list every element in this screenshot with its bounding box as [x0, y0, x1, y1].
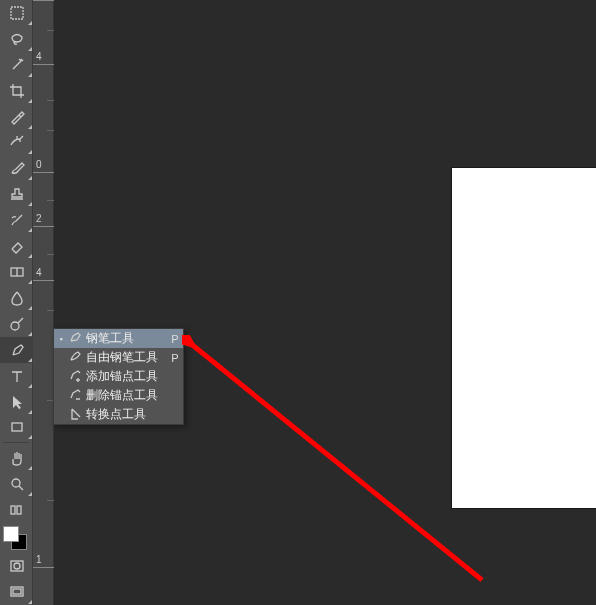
document-canvas[interactable]	[452, 168, 596, 508]
hand-tool[interactable]	[0, 445, 33, 471]
hand-icon	[8, 449, 26, 467]
eyedropper-icon	[8, 108, 26, 126]
quick-mask-toggle[interactable]	[0, 553, 33, 579]
lasso-tool[interactable]	[0, 26, 33, 52]
pen-tool[interactable]	[0, 337, 33, 363]
ruler-tick-label: 4	[36, 51, 42, 62]
dodge-icon	[8, 315, 26, 333]
ruler-vertical: 6 4 0 2 4 1	[33, 0, 54, 605]
ruler-tick-label: 0	[36, 159, 42, 170]
path-selection-icon	[8, 393, 26, 411]
magic-wand-icon	[8, 56, 26, 74]
svg-rect-14	[13, 589, 21, 594]
edit-toolbar-icon	[8, 501, 26, 519]
pen-icon	[68, 330, 86, 348]
path-selection-tool[interactable]	[0, 389, 33, 415]
flyout-item-label: 添加锚点工具	[86, 368, 167, 385]
blur-tool[interactable]	[0, 285, 33, 311]
marquee-tool[interactable]	[0, 0, 33, 26]
eyedropper-tool[interactable]	[0, 104, 33, 130]
crop-tool[interactable]	[0, 78, 33, 104]
foreground-color-swatch[interactable]	[3, 526, 19, 542]
brush-tool[interactable]	[0, 155, 33, 181]
rectangle-tool[interactable]	[0, 415, 33, 441]
freeform-pen-icon	[68, 349, 86, 367]
screen-mode-icon	[8, 583, 26, 601]
healing-tool[interactable]	[0, 130, 33, 156]
zoom-icon	[8, 475, 26, 493]
flyout-freeform-pen-tool[interactable]: 自由钢笔工具 P	[54, 348, 183, 367]
delete-anchor-icon	[68, 387, 86, 405]
rectangle-icon	[8, 418, 26, 436]
svg-point-12	[14, 563, 20, 569]
canvas-area[interactable]	[54, 0, 596, 605]
eraser-icon	[8, 237, 26, 255]
history-brush-tool[interactable]	[0, 207, 33, 233]
history-brush-icon	[8, 211, 26, 229]
color-swatches[interactable]	[0, 523, 33, 553]
flyout-item-label: 转换点工具	[86, 406, 167, 423]
flyout-add-anchor-tool[interactable]: 添加锚点工具	[54, 367, 183, 386]
type-tool[interactable]	[0, 363, 33, 389]
stamp-tool[interactable]	[0, 181, 33, 207]
healing-icon	[8, 133, 26, 151]
svg-rect-10	[17, 506, 21, 514]
stamp-icon	[8, 185, 26, 203]
dodge-tool[interactable]	[0, 311, 33, 337]
ruler-tick-label: 2	[36, 213, 42, 224]
ruler-tick-label: 1	[36, 554, 42, 565]
flyout-convert-point-tool[interactable]: 转换点工具	[54, 405, 183, 424]
blur-icon	[8, 289, 26, 307]
flyout-delete-anchor-tool[interactable]: 删除锚点工具	[54, 386, 183, 405]
brush-icon	[8, 159, 26, 177]
zoom-tool[interactable]	[0, 471, 33, 497]
flyout-item-shortcut: P	[167, 333, 183, 345]
svg-point-7	[12, 479, 20, 487]
flyout-item-shortcut: P	[167, 352, 183, 364]
lasso-icon	[8, 30, 26, 48]
crop-icon	[8, 82, 26, 100]
magic-wand-tool[interactable]	[0, 52, 33, 78]
flyout-item-label: 自由钢笔工具	[86, 349, 167, 366]
svg-line-4	[18, 318, 23, 323]
eraser-tool[interactable]	[0, 233, 33, 259]
svg-rect-6	[12, 423, 22, 431]
svg-marker-5	[13, 396, 22, 409]
flyout-item-label: 钢笔工具	[86, 330, 167, 347]
convert-point-icon	[68, 406, 86, 424]
ruler-tick-label: 4	[36, 267, 42, 278]
quick-mask-icon	[8, 557, 26, 575]
selected-marker: ▪	[54, 334, 68, 344]
svg-line-8	[19, 486, 23, 490]
gradient-tool[interactable]	[0, 259, 33, 285]
svg-point-3	[11, 322, 19, 330]
svg-rect-0	[11, 7, 23, 19]
pen-tool-flyout: ▪ 钢笔工具 P 自由钢笔工具 P 添加锚点工具 删除锚点工具 转换点工具	[53, 328, 184, 425]
edit-toolbar[interactable]	[0, 497, 33, 523]
pen-icon	[8, 341, 26, 359]
screen-mode-toggle[interactable]	[0, 579, 33, 605]
marquee-icon	[8, 4, 26, 22]
flyout-item-label: 删除锚点工具	[86, 387, 167, 404]
add-anchor-icon	[68, 368, 86, 386]
svg-rect-9	[11, 506, 15, 514]
gradient-icon	[8, 263, 26, 281]
flyout-pen-tool[interactable]: ▪ 钢笔工具 P	[54, 329, 183, 348]
type-icon	[8, 367, 26, 385]
toolbar	[0, 0, 33, 605]
